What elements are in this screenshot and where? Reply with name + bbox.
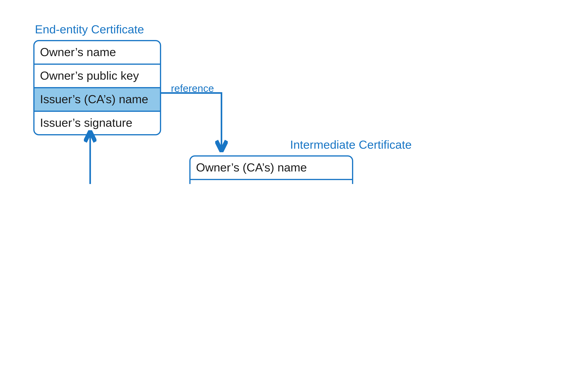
- edge-label-reference-1: reference: [171, 83, 214, 94]
- end-entity-title: End-entity Certificate: [35, 23, 144, 36]
- arrow-reference-1: [161, 93, 222, 149]
- end-entity-row-owner-key: Owner’s public key: [35, 64, 160, 87]
- intermediate-row-owner-key: Owner’s public key: [190, 179, 352, 184]
- end-entity-certificate: Owner’s name Owner’s public key Issuer’s…: [33, 40, 161, 135]
- intermediate-title: Intermediate Certificate: [290, 138, 412, 151]
- end-entity-row-owner-name: Owner’s name: [35, 41, 160, 64]
- end-entity-row-issuer-name: Issuer’s (CA’s) name: [35, 87, 160, 111]
- intermediate-certificate: Owner’s (CA’s) name Owner’s public key I…: [189, 155, 353, 184]
- arrow-sign-1: [90, 133, 188, 184]
- intermediate-row-owner-name: Owner’s (CA’s) name: [190, 156, 352, 179]
- end-entity-row-issuer-signature: Issuer’s signature: [35, 111, 160, 134]
